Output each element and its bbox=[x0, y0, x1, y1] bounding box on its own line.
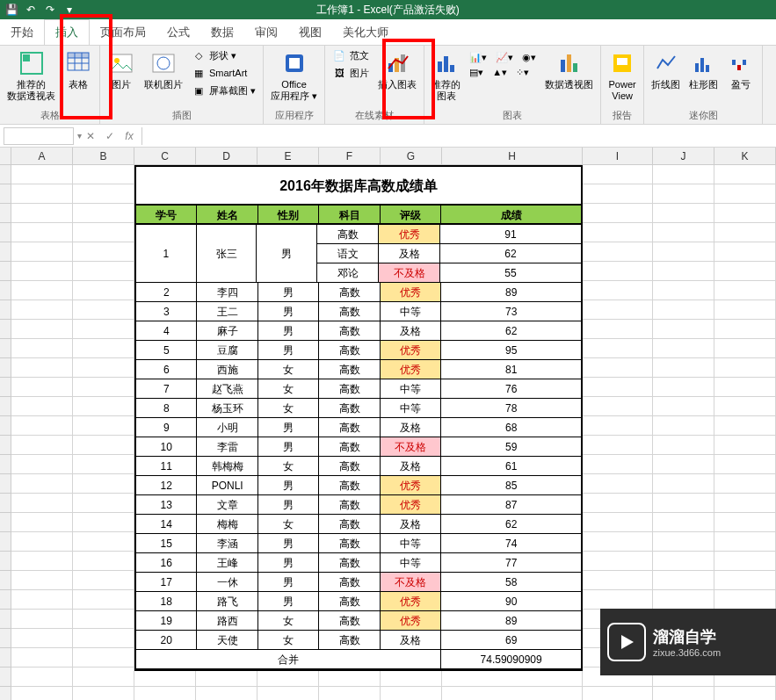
row-header-8[interactable] bbox=[0, 300, 11, 320]
quick-access-toolbar: 💾 ↶ ↷ ▾ bbox=[0, 0, 77, 19]
smartart-button[interactable]: ▦SmartArt bbox=[188, 65, 259, 81]
col-header-C[interactable]: C bbox=[134, 148, 196, 164]
row-header-20[interactable] bbox=[0, 532, 11, 552]
office-addins-button[interactable]: Office 应用程序 ▾ bbox=[267, 47, 321, 104]
screenshot-button[interactable]: ▣屏幕截图 ▾ bbox=[188, 83, 259, 98]
table-footer-label: 合并 bbox=[136, 650, 441, 669]
col-header-F[interactable]: F bbox=[319, 148, 381, 164]
table-cell: 9 bbox=[136, 418, 197, 437]
tab-美化大师[interactable]: 美化大师 bbox=[332, 19, 399, 45]
row-header-23[interactable] bbox=[0, 590, 11, 610]
tab-公式[interactable]: 公式 bbox=[156, 19, 200, 45]
col-header-D[interactable]: D bbox=[196, 148, 257, 164]
row-header-24[interactable] bbox=[0, 610, 11, 629]
scatter-chart-button[interactable]: ⁘▾ bbox=[512, 66, 533, 79]
row-header-19[interactable] bbox=[0, 513, 11, 532]
spark-winloss-button[interactable]: 盈亏 bbox=[723, 47, 758, 92]
row-header-1[interactable] bbox=[0, 165, 11, 184]
row-header-18[interactable] bbox=[0, 494, 11, 513]
row-header-22[interactable] bbox=[0, 571, 11, 590]
row-header-11[interactable] bbox=[0, 358, 11, 378]
row-header-12[interactable] bbox=[0, 378, 11, 397]
screenshot-icon: ▣ bbox=[192, 83, 206, 97]
online-picture-button[interactable]: 联机图片 bbox=[141, 47, 186, 92]
area-chart-button[interactable]: ▲▾ bbox=[489, 66, 511, 79]
group-label-reports: 报告 bbox=[605, 107, 640, 124]
table-cell: 及格 bbox=[381, 631, 441, 650]
table-cell: 17 bbox=[136, 573, 197, 592]
line-chart-button[interactable]: 📈▾ bbox=[492, 51, 517, 64]
col-header-A[interactable]: A bbox=[11, 148, 73, 164]
svg-rect-24 bbox=[617, 58, 627, 65]
formula-bar[interactable] bbox=[141, 127, 776, 145]
redo-icon[interactable]: ↷ bbox=[42, 2, 58, 18]
row-header-4[interactable] bbox=[0, 223, 11, 242]
select-all-corner[interactable] bbox=[0, 148, 11, 164]
tab-页面布局[interactable]: 页面布局 bbox=[90, 19, 156, 45]
customize-qa-icon[interactable]: ▾ bbox=[62, 2, 77, 18]
power-view-icon bbox=[608, 49, 636, 77]
col-header-G[interactable]: G bbox=[381, 148, 442, 164]
name-box[interactable] bbox=[4, 127, 74, 145]
tab-审阅[interactable]: 审阅 bbox=[244, 19, 288, 45]
row-header-3[interactable] bbox=[0, 204, 11, 223]
pie-chart-button[interactable]: ◉▾ bbox=[519, 51, 540, 64]
group-label-sparklines: 迷你图 bbox=[648, 107, 758, 124]
col-header-H[interactable]: H bbox=[442, 148, 583, 164]
table-footer-row: 合并74.59090909 bbox=[136, 650, 581, 669]
table-cell: 男 bbox=[258, 341, 319, 360]
column-chart-button[interactable]: 📊▾ bbox=[466, 51, 490, 64]
save-icon[interactable]: 💾 bbox=[4, 2, 19, 18]
row-header-15[interactable] bbox=[0, 436, 11, 455]
table-cell: 1 bbox=[136, 225, 197, 283]
tab-插入[interactable]: 插入 bbox=[44, 19, 90, 45]
row-header-26[interactable] bbox=[0, 648, 11, 668]
row-header-2[interactable] bbox=[0, 184, 11, 204]
col-header-I[interactable]: I bbox=[583, 148, 653, 164]
col-header-E[interactable]: E bbox=[257, 148, 319, 164]
row-header-21[interactable] bbox=[0, 552, 11, 571]
row-header-17[interactable] bbox=[0, 474, 11, 494]
recommended-pivot-button[interactable]: 推荐的 数据透视表 bbox=[4, 47, 59, 104]
row-header-25[interactable] bbox=[0, 629, 11, 648]
spark-column-button[interactable]: 柱形图 bbox=[685, 47, 722, 92]
table-cell: 女 bbox=[258, 457, 319, 476]
tab-数据[interactable]: 数据 bbox=[200, 19, 244, 45]
picture-button[interactable]: 图片 bbox=[104, 47, 139, 92]
row-header-28[interactable] bbox=[0, 687, 11, 700]
col-header-K[interactable]: K bbox=[714, 148, 776, 164]
cancel-formula-icon[interactable]: ✕ bbox=[82, 127, 99, 145]
col-header-J[interactable]: J bbox=[653, 148, 714, 164]
row-header-9[interactable] bbox=[0, 320, 11, 339]
tab-视图[interactable]: 视图 bbox=[288, 19, 332, 45]
bar-chart-button[interactable]: ▤▾ bbox=[466, 66, 487, 79]
col-header-B[interactable]: B bbox=[73, 148, 134, 164]
row-header-27[interactable] bbox=[0, 668, 11, 687]
ribbon: 推荐的 数据透视表 表格 表格 图片 联机图片 ◇形状 ▾ ▦SmartArt … bbox=[0, 46, 776, 125]
fx-icon[interactable]: fx bbox=[120, 127, 138, 145]
pivot-chart-button[interactable]: 数据透视图 bbox=[541, 47, 597, 92]
row-header-6[interactable] bbox=[0, 262, 11, 281]
online-pic-button[interactable]: 🖼图片 bbox=[329, 65, 373, 81]
table-cell: 邓论 bbox=[317, 263, 379, 283]
power-view-button[interactable]: Power View bbox=[605, 47, 640, 104]
spark-line-button[interactable]: 折线图 bbox=[648, 47, 684, 92]
recommended-charts-button[interactable]: 推荐的 图表 bbox=[428, 47, 464, 104]
accept-formula-icon[interactable]: ✓ bbox=[101, 127, 119, 145]
row-header-16[interactable] bbox=[0, 455, 11, 474]
row-header-7[interactable] bbox=[0, 281, 11, 300]
shapes-button[interactable]: ◇形状 ▾ bbox=[188, 47, 259, 63]
row-header-5[interactable] bbox=[0, 242, 11, 262]
row-header-13[interactable] bbox=[0, 397, 11, 416]
tab-开始[interactable]: 开始 bbox=[0, 19, 44, 45]
group-label-addins: 应用程序 bbox=[267, 107, 321, 124]
paradigm-button[interactable]: 📄范文 bbox=[329, 47, 373, 63]
row-header-14[interactable] bbox=[0, 416, 11, 436]
undo-icon[interactable]: ↶ bbox=[23, 2, 39, 18]
table-button[interactable]: 表格 bbox=[61, 47, 96, 92]
row-header-10[interactable] bbox=[0, 339, 11, 358]
insert-chart-button[interactable]: 插入图表 bbox=[374, 47, 420, 92]
table-cell: 张三 bbox=[197, 225, 257, 283]
table-cell: 73 bbox=[441, 302, 581, 321]
group-label-illustrations: 插图 bbox=[104, 107, 259, 124]
